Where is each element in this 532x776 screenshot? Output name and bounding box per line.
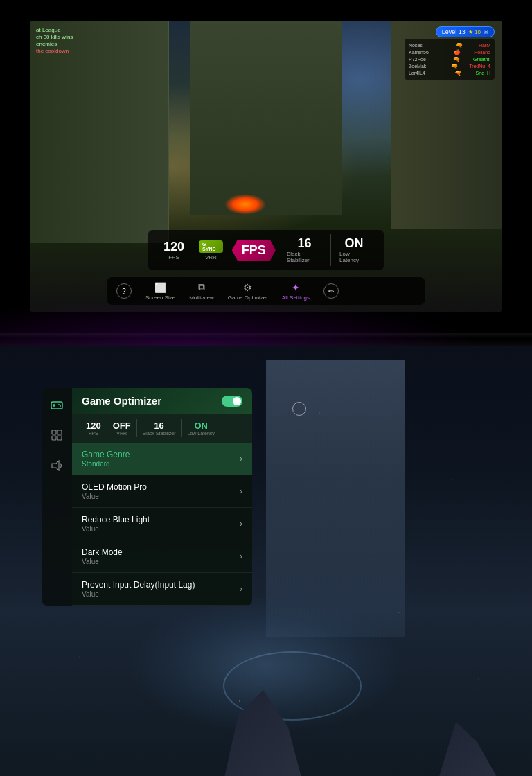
mini-latency-value: ON [194,421,208,431]
svg-rect-5 [52,430,56,434]
black-stab-value: 16 [297,237,311,249]
menu-item-oled-motion[interactable]: OLED Motion Pro Value › [72,475,252,508]
level-text: Level 13 [442,28,466,35]
gsync-stat: G-SYNC VRR [193,238,229,263]
building-center [190,21,342,215]
score-row: Lar4IL4 🔫 Sna_H [409,70,490,76]
mini-stat-fps: 120 FPS [80,419,107,437]
scoreboard: Nokes 🔫 HarM Karren56 🍎 Holland P72Poe 🔫… [405,39,495,80]
low-latency-label: Low Latency [339,251,369,263]
hud-line-1: at League [36,27,73,33]
hud-line-2: ch 30 kills wins [36,34,73,40]
menu-item-reduce-blue-light[interactable]: Reduce Blue Light Value › [72,508,252,540]
gsync-badge: G-SYNC [199,240,223,253]
svg-point-3 [58,404,60,405]
mini-stat-vrr: OFF VRR [107,419,137,437]
fps-center-value: FPS [242,244,266,256]
menu-item-dark-mode-value: Value [82,558,123,565]
menu-item-game-genre[interactable]: Game Genre Standard › [72,443,252,475]
menu-item-oled-value: Value [82,493,147,500]
score-row: ZoeMak 🔫 TredNu_4 [409,63,490,69]
svg-point-4 [60,405,61,407]
mini-latency-label: Low Latency [188,431,215,436]
mini-black-stab-value: 16 [154,421,163,431]
panel-header: Game Optimizer [72,388,252,414]
mini-vrr-label: VRR [116,431,127,436]
menu-item-blue-light-title: Reduce Blue Light [82,515,150,524]
menu-item-game-genre-title: Game Genre [82,450,130,459]
menu-item-dark-mode-title: Dark Mode [82,547,123,557]
main-panel: Game Optimizer 120 FPS OFF VRR 16 Black … [72,388,252,606]
hud-left: at League ch 30 kills wins enemies the c… [36,26,73,55]
low-latency-value: ON [345,237,364,249]
menu-item-input-delay-value: Value [82,590,195,598]
svg-marker-9 [52,461,59,470]
menu-item-oled-content: OLED Motion Pro Value [82,482,147,500]
chevron-right-icon: › [240,584,242,594]
hud-line-4: the cooldown [36,48,73,54]
toggle-switch[interactable] [222,396,242,407]
sidebar-item-display[interactable] [47,425,66,445]
hud-line-3: enemies [36,41,73,47]
sidebar [42,388,72,606]
menu-item-input-delay-title: Prevent Input Delay(Input Lag) [82,580,195,590]
panel-menu: Game Genre Standard › OLED Motion Pro Va… [72,443,252,606]
ui-panel-container: Game Optimizer 120 FPS OFF VRR 16 Black … [42,388,252,606]
svg-rect-6 [57,430,62,434]
svg-rect-8 [57,436,62,440]
menu-item-game-genre-content: Game Genre Standard [82,450,130,468]
star-icon: ★ 10 [468,29,481,35]
menu-item-oled-title: OLED Motion Pro [82,482,147,492]
svg-rect-7 [52,436,56,440]
panel-title: Game Optimizer [82,395,161,407]
menu-item-blue-light-value: Value [82,525,150,533]
menu-item-blue-light-content: Reduce Blue Light Value [82,515,150,533]
top-section: at League ch 30 kills wins enemies the c… [0,0,532,333]
fps-center-badge: FPS [232,240,276,261]
menu-item-input-delay-content: Prevent Input Delay(Input Lag) Value [82,580,195,598]
mini-stat-latency: ON Low Latency [182,419,220,437]
skull-icon: ☠ [484,29,488,35]
fps-label: FPS [168,254,179,261]
fps-value: 120 [163,240,184,253]
mini-fps-label: FPS [89,431,98,436]
low-latency-stat: ON Low Latency [331,234,377,266]
score-row: P72Poe 🔫 Greathtl [409,56,490,62]
chevron-right-icon: › [240,486,242,496]
bottom-section: Game Optimizer 120 FPS OFF VRR 16 Black … [0,346,532,776]
level-badge: Level 13 ★ 10 ☠ [436,26,495,37]
black-stabilizer-stat: 16 Black Stabilizer [278,234,331,266]
menu-item-prevent-input-delay[interactable]: Prevent Input Delay(Input Lag) Value › [72,573,252,606]
black-stab-label: Black Stabilizer [287,251,322,263]
menu-item-dark-mode-content: Dark Mode Value [82,547,123,565]
chevron-right-icon: › [240,519,242,529]
score-row: Karren56 🍎 Holland [409,49,490,55]
score-row: Nokes 🔫 HarM [409,42,490,48]
muzzle-flash [224,194,266,215]
menu-item-game-genre-value: Standard [82,460,130,468]
mini-black-stab-label: Black Stabilizer [143,431,176,436]
chevron-right-icon: › [240,454,242,464]
menu-item-dark-mode[interactable]: Dark Mode Value › [72,540,252,573]
mini-fps-value: 120 [86,421,101,431]
sidebar-item-audio[interactable] [47,456,66,475]
chevron-right-icon: › [240,552,242,561]
fps-stat: 120 FPS [155,238,193,263]
mini-vrr-value: OFF [113,421,131,431]
sidebar-item-game[interactable] [47,395,66,414]
game-screen-top: at League ch 30 kills wins enemies the c… [30,21,502,312]
mini-stats-bar: 120 FPS OFF VRR 16 Black Stabilizer ON L… [72,414,252,443]
stats-bar: 120 FPS G-SYNC VRR FPS 16 Black Stabiliz… [148,230,384,270]
mini-stat-black-stab: 16 Black Stabilizer [137,419,182,437]
vrr-text: VRR [205,254,217,261]
section-divider [0,333,532,346]
hud-top-right: Level 13 ★ 10 ☠ Nokes 🔫 HarM Karren56 🍎 … [405,26,495,80]
